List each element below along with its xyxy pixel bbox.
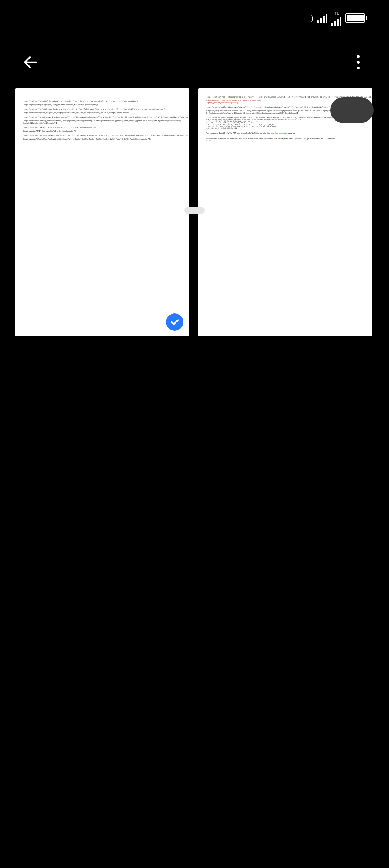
status-bar: ) ↑↓	[0, 0, 389, 36]
page-selected-check-icon	[166, 313, 183, 331]
signal-4g-icon: ↑↓	[331, 10, 341, 26]
status-right: ) ↑↓	[307, 10, 371, 26]
page-thumbnail-2[interactable]: \begin{equation*}\n1 + \frac{q^2}{(1-q)}…	[198, 88, 372, 336]
doc-content-1: \begin{equation*}\n\dot{x} &= \sigma(y-x…	[19, 96, 185, 140]
more-button[interactable]	[348, 51, 369, 73]
preview-strip: \begin{equation*}\n\dot{x} &= \sigma(y-x…	[0, 88, 389, 336]
battery-icon	[345, 13, 367, 23]
app-bar	[0, 36, 389, 88]
signal-bars-icon	[317, 13, 327, 23]
more-vertical-icon	[357, 55, 360, 58]
volte-indicator: )	[311, 15, 313, 21]
arrow-left-icon	[22, 54, 39, 71]
save-as-pdf-menu-item[interactable]	[330, 97, 374, 123]
page-thumbnail-1[interactable]: \begin{equation*}\n\dot{x} &= \sigma(y-x…	[15, 88, 189, 336]
back-button[interactable]	[20, 51, 41, 73]
page-counter-badge	[184, 207, 205, 214]
